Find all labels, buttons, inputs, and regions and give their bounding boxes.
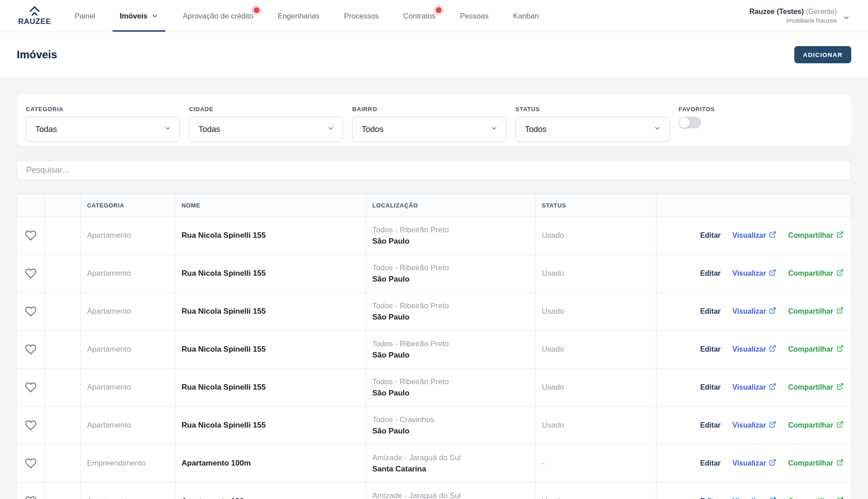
favorite-heart-icon[interactable] — [23, 456, 38, 471]
actions-column-header — [656, 194, 851, 217]
status-cell: Usado — [535, 292, 656, 330]
category-cell: Apartamento — [80, 482, 175, 499]
table-row: Apartamento Apartamento 100m Amizade - J… — [17, 482, 851, 499]
row-actions: Editar Visualizar Compartilhar — [663, 459, 844, 468]
view-link[interactable]: Visualizar — [732, 383, 776, 392]
filter-label: FAVORITOS — [679, 106, 715, 113]
view-link[interactable]: Visualizar — [732, 307, 776, 316]
share-link[interactable]: Compartilhar — [788, 459, 844, 468]
photo-cell — [45, 217, 80, 254]
filter-select-cidade[interactable]: Todas — [189, 117, 343, 142]
share-link[interactable]: Compartilhar — [788, 421, 844, 430]
top-navigation: RAUZEE Painel Imóveis Aprovação de crédi… — [0, 0, 868, 32]
external-link-icon — [769, 345, 776, 354]
share-link[interactable]: Compartilhar — [788, 497, 844, 499]
favorite-heart-icon[interactable] — [23, 228, 38, 243]
app-viewport: RAUZEE Painel Imóveis Aprovação de crédi… — [0, 0, 868, 499]
edit-link[interactable]: Editar — [700, 307, 721, 315]
category-cell: Apartamento — [80, 406, 175, 444]
view-link[interactable]: Visualizar — [732, 345, 776, 354]
status-cell: Usado — [535, 368, 656, 406]
select-value: Todas — [35, 125, 57, 134]
filter-label: CATEGORIA — [26, 106, 180, 113]
row-actions: Editar Visualizar Compartilhar — [663, 345, 844, 354]
table-row: Apartamento Rua Nicola Spinelli 155 Todo… — [17, 217, 851, 254]
external-link-icon — [836, 231, 844, 240]
filter-select-categoria[interactable]: Todas — [26, 117, 180, 142]
view-link[interactable]: Visualizar — [732, 421, 776, 430]
photo-cell — [45, 406, 80, 444]
nav-item-imoveis[interactable]: Imóveis — [120, 0, 158, 32]
external-link-icon — [769, 383, 776, 392]
row-actions: Editar Visualizar Compartilhar — [663, 269, 844, 278]
favorite-heart-icon[interactable] — [23, 418, 38, 433]
external-link-icon — [769, 307, 776, 316]
filter-field-favoritos: FAVORITOS — [679, 106, 715, 146]
search-input[interactable] — [17, 160, 851, 180]
photo-cell — [45, 254, 80, 292]
favorites-toggle[interactable] — [679, 117, 701, 128]
edit-link[interactable]: Editar — [700, 497, 721, 499]
row-actions: Editar Visualizar Compartilhar — [663, 231, 844, 240]
name-column-header: NOME — [175, 194, 366, 217]
nav-item-contratos[interactable]: Contratos — [403, 0, 436, 32]
chevron-down-icon — [491, 125, 498, 134]
view-link[interactable]: Visualizar — [732, 497, 776, 499]
category-cell: Apartamento — [80, 368, 175, 406]
table-header-row: CATEGORIA NOME LOCALIZAÇÃO STATUS — [17, 194, 851, 217]
nav-item-engenharias[interactable]: Engenharias — [278, 0, 320, 32]
share-link[interactable]: Compartilhar — [788, 383, 844, 392]
edit-link[interactable]: Editar — [700, 421, 721, 429]
brand-name: RAUZEE — [18, 17, 51, 26]
share-link[interactable]: Compartilhar — [788, 345, 844, 354]
external-link-icon — [836, 421, 844, 430]
view-link[interactable]: Visualizar — [732, 231, 776, 240]
external-link-icon — [769, 269, 776, 278]
filter-label: STATUS — [515, 106, 670, 113]
filter-select-bairro[interactable]: Todos — [352, 117, 506, 142]
edit-link[interactable]: Editar — [700, 383, 721, 391]
nav-item-painel[interactable]: Painel — [75, 0, 95, 32]
user-menu[interactable]: Rauzee (Testes) (Gerente) Imobiliaria Ra… — [749, 8, 850, 24]
properties-table: CATEGORIA NOME LOCALIZAÇÃO STATUS Aparta… — [17, 194, 851, 499]
share-link[interactable]: Compartilhar — [788, 307, 844, 316]
edit-link[interactable]: Editar — [700, 231, 721, 240]
table-row: Apartamento Rua Nicola Spinelli 155 Todo… — [17, 292, 851, 330]
filter-select-status[interactable]: Todos — [515, 117, 670, 142]
status-cell: Usado — [535, 254, 656, 292]
chevron-down-icon — [327, 125, 335, 134]
view-link[interactable]: Visualizar — [732, 459, 776, 468]
favorite-heart-icon[interactable] — [23, 266, 38, 281]
photo-cell — [45, 292, 80, 330]
nav-item-aprovacao-de-credito[interactable]: Aprovação de crédito — [183, 0, 253, 32]
favorite-heart-icon[interactable] — [23, 304, 38, 319]
filters-panel: CATEGORIA Todas CIDADE Todas BAIRRO Todo… — [17, 94, 851, 146]
share-link[interactable]: Compartilhar — [788, 269, 844, 278]
nav-item-pessoas[interactable]: Pessoas — [460, 0, 488, 32]
view-link[interactable]: Visualizar — [732, 269, 776, 278]
favorite-heart-icon[interactable] — [23, 342, 38, 357]
filter-label: BAIRRO — [352, 106, 506, 113]
share-link[interactable]: Compartilhar — [788, 231, 844, 240]
name-cell: Rua Nicola Spinelli 155 — [175, 368, 366, 406]
nav-item-kanban[interactable]: Kanban — [513, 0, 539, 32]
edit-link[interactable]: Editar — [700, 459, 721, 467]
external-link-icon — [836, 307, 844, 316]
row-actions: Editar Visualizar Compartilhar — [663, 497, 844, 499]
select-value: Todas — [198, 125, 220, 134]
location-cell: Todos - Ribeirão Preto São Paulo — [366, 292, 535, 330]
photo-cell — [45, 482, 80, 499]
external-link-icon — [769, 421, 776, 430]
row-actions: Editar Visualizar Compartilhar — [663, 383, 844, 392]
edit-link[interactable]: Editar — [700, 269, 721, 278]
user-name: Rauzee (Testes) (Gerente) — [749, 8, 837, 16]
user-role: (Gerente) — [806, 8, 837, 15]
edit-link[interactable]: Editar — [700, 345, 721, 353]
notification-badge — [436, 7, 442, 13]
brand-logo[interactable]: RAUZEE — [18, 6, 51, 26]
photo-cell — [45, 330, 80, 368]
add-button[interactable]: ADICIONAR — [794, 46, 851, 63]
favorite-heart-icon[interactable] — [23, 380, 38, 395]
favorite-heart-icon[interactable] — [23, 494, 38, 499]
nav-item-processos[interactable]: Processos — [344, 0, 379, 32]
